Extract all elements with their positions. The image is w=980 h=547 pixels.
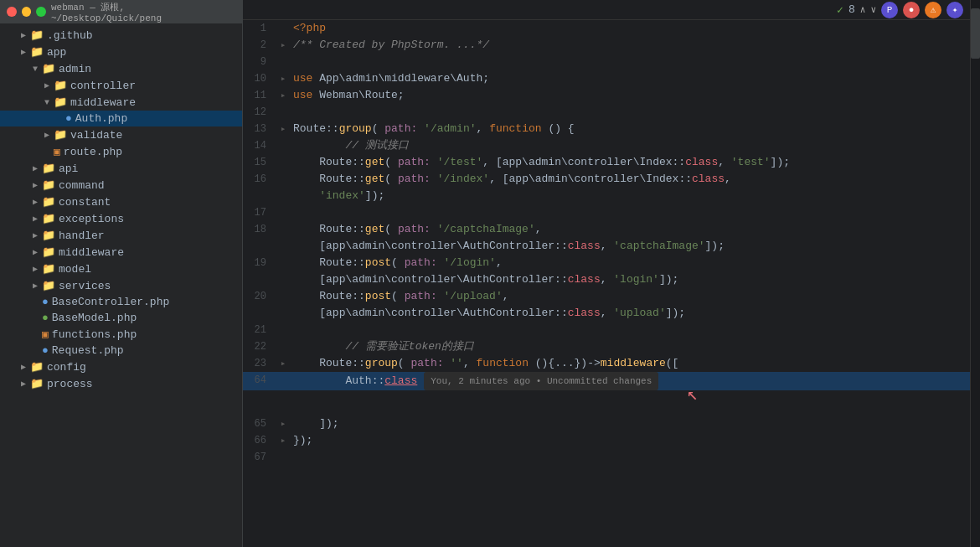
sidebar-item-api[interactable]: ▶ 📁 api — [0, 160, 242, 177]
sidebar-item-base-model[interactable]: ● BaseModel.php — [0, 310, 242, 326]
line-number: 65 — [243, 415, 276, 432]
sidebar-item-services[interactable]: ▶ 📁 services — [0, 277, 242, 294]
maximize-dot[interactable] — [36, 7, 46, 17]
window-title: webman — 源根, ~/Desktop/Quick/peng — [51, 1, 235, 23]
code-line-13: 13 ▸ Route::group( path: '/admin', funct… — [243, 121, 970, 137]
fold-gutter — [276, 271, 290, 288]
code-content-area[interactable]: 1 <?php 2 ▸ /** Created by PhpStorm. ...… — [243, 20, 970, 547]
line-number: 20 — [243, 288, 276, 305]
sidebar-item-config[interactable]: ▶ 📁 config — [0, 359, 242, 375]
sidebar-item-label: process — [47, 378, 93, 390]
fold-gutter: ▸ — [276, 121, 290, 137]
sidebar-item-label: BaseController.php — [52, 296, 169, 308]
code-line-22: 22 // 需要验证token的接口 — [243, 338, 970, 355]
line-number: 16 — [243, 171, 276, 188]
minimap[interactable] — [970, 0, 980, 547]
code-text — [290, 204, 970, 221]
file-icon: ▣ — [54, 145, 60, 158]
sidebar-item-command[interactable]: ▶ 📁 command — [0, 177, 242, 194]
sidebar-item-request[interactable]: ● Request.php — [0, 343, 242, 359]
folder-icon: 📁 — [42, 212, 55, 225]
app-icon-3[interactable]: ⚠ — [925, 2, 941, 18]
fold-gutter: ▸ — [276, 87, 290, 104]
code-line-15: 15 Route::get( path: '/test', [app\admin… — [243, 154, 970, 171]
folder-icon: 📁 — [42, 162, 55, 175]
folder-icon: 📁 — [54, 128, 67, 142]
code-text: Route::post( path: '/upload', — [290, 288, 970, 305]
line-number: 67 — [243, 449, 276, 466]
sidebar-item-github[interactable]: ▶ 📁 .github — [0, 27, 242, 44]
sidebar-item-controller[interactable]: ▶ 📁 controller — [0, 77, 242, 94]
red-arrow-icon: ↙ — [687, 386, 698, 409]
sidebar: webman — 源根, ~/Desktop/Quick/peng ▶ 📁 .g… — [0, 0, 243, 547]
sidebar-item-model[interactable]: ▶ 📁 model — [0, 261, 242, 277]
sidebar-item-middleware[interactable]: ▼ 📁 middleware — [0, 94, 242, 111]
file-tree: ▶ 📁 .github ▶ 📁 app ▼ 📁 admin ▶ 📁 contro… — [0, 23, 242, 547]
line-number: 21 — [243, 322, 276, 338]
sidebar-item-constant[interactable]: ▶ 📁 constant — [0, 194, 242, 210]
line-number: 22 — [243, 338, 276, 355]
down-arrow-icon[interactable]: ∨ — [870, 4, 876, 15]
code-text: <?php — [290, 20, 970, 37]
app-icon-4[interactable]: ✦ — [946, 2, 963, 18]
arrow-icon: ▶ — [28, 180, 42, 190]
code-text: // 测试接口 — [290, 137, 970, 154]
fold-gutter — [276, 154, 290, 171]
line-number: 11 — [243, 87, 276, 104]
git-annotation: You, 2 minutes ago • Uncommitted changes — [424, 372, 658, 390]
line-number: 19 — [243, 271, 276, 288]
code-text: /** Created by PhpStorm. ...*/ — [290, 37, 970, 54]
code-line-16b: 16 'index']); — [243, 188, 970, 204]
line-number: 17 — [243, 204, 276, 221]
sidebar-item-base-controller[interactable]: ● BaseController.php — [0, 294, 242, 310]
sidebar-item-handler[interactable]: ▶ 📁 handler — [0, 227, 242, 244]
line-number: 9 — [243, 54, 276, 70]
code-line-21: 21 — [243, 322, 970, 338]
sidebar-item-functions[interactable]: ▣ functions.php — [0, 326, 242, 343]
editor-icons: ✓ 8 ∧ ∨ P ● ⚠ ✦ — [837, 2, 963, 18]
sidebar-item-label: command — [59, 179, 105, 192]
sidebar-item-app[interactable]: ▶ 📁 app — [0, 44, 242, 60]
folder-icon: 📁 — [42, 229, 55, 242]
sidebar-item-label: controller — [70, 80, 136, 92]
code-line-19b: 19 [app\admin\controller\AuthController:… — [243, 271, 970, 288]
code-line-2: 2 ▸ /** Created by PhpStorm. ...*/ — [243, 37, 970, 54]
arrow-icon: ▶ — [28, 281, 42, 291]
sidebar-item-route-php[interactable]: ▣ route.php — [0, 143, 242, 160]
app-icon-1[interactable]: P — [881, 2, 898, 18]
code-line-18: 18 Route::get( path: '/captchaImage', — [243, 221, 970, 238]
minimize-dot[interactable] — [22, 7, 32, 17]
arrow-icon: ▶ — [17, 379, 30, 389]
sidebar-item-admin[interactable]: ▼ 📁 admin — [0, 60, 242, 77]
line-number: 23 — [243, 355, 276, 372]
folder-icon: 📁 — [54, 79, 67, 92]
arrow-icon: ▶ — [28, 214, 42, 224]
sidebar-item-auth-php[interactable]: ● Auth.php — [0, 111, 242, 126]
arrow-icon: ▶ — [40, 80, 54, 90]
file-icon: ● — [42, 344, 49, 357]
sidebar-item-exceptions[interactable]: ▶ 📁 exceptions — [0, 210, 242, 227]
close-dot[interactable] — [7, 7, 17, 17]
fold-gutter: ▸ — [276, 37, 290, 54]
line-number: 18 — [243, 238, 276, 255]
code-text: // 需要验证token的接口 — [290, 338, 970, 355]
line-number: 2 — [243, 37, 276, 54]
sidebar-item-validate[interactable]: ▶ 📁 validate — [0, 126, 242, 143]
code-line-10: 10 ▸ use App\admin\middleware\Auth; — [243, 70, 970, 87]
folder-icon: 📁 — [42, 245, 55, 259]
folder-icon: 📁 — [42, 178, 55, 192]
file-icon: ● — [42, 312, 49, 324]
minimap-thumb[interactable] — [971, 8, 980, 59]
sidebar-item-label: exceptions — [59, 213, 124, 225]
folder-icon: 📁 — [30, 360, 44, 374]
fold-gutter — [276, 338, 290, 355]
app-icon-2[interactable]: ● — [903, 2, 920, 18]
up-arrow-icon[interactable]: ∧ — [860, 4, 866, 15]
code-line-23: 23 ▸ Route::group( path: '', function ()… — [243, 355, 970, 372]
code-line-18b: 18 [app\admin\controller\AuthController:… — [243, 238, 970, 255]
sidebar-item-middleware2[interactable]: ▶ 📁 middleware — [0, 244, 242, 261]
sidebar-item-process[interactable]: ▶ 📁 process — [0, 375, 242, 392]
folder-icon: 📁 — [30, 377, 44, 390]
fold-gutter — [276, 104, 290, 121]
code-line-16: 16 Route::get( path: '/index', [app\admi… — [243, 171, 970, 188]
